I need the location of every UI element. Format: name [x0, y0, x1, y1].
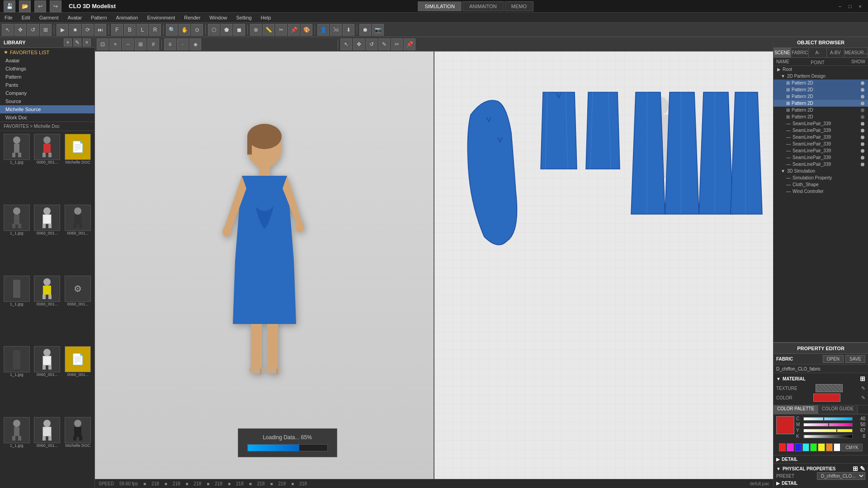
toolbar-seam[interactable]: ✂	[275, 24, 287, 36]
tree-root[interactable]: ▶Root	[774, 66, 868, 73]
toolbar-avatar-tool[interactable]: 👤	[317, 24, 329, 36]
phys-props-toggle[interactable]: ▼ PHYSICAL PROPERTIES ⊞ ✎	[776, 465, 865, 472]
phys-expand-icon[interactable]: ⊞	[853, 465, 858, 472]
m-slider[interactable]	[803, 423, 853, 427]
tree-pattern-2d-1[interactable]: ⊞Pattern 2D	[774, 80, 868, 86]
toolbar-measure[interactable]: 📏	[263, 24, 274, 36]
toolbar-view-front[interactable]: F	[111, 24, 123, 36]
menu-environment[interactable]: Environment	[142, 14, 179, 21]
2d-rotate-btn[interactable]: ↺	[366, 38, 377, 50]
lib-add-btn[interactable]: +	[64, 38, 72, 47]
nav-pants[interactable]: Pants	[0, 81, 94, 89]
open-button[interactable]: OPEN	[823, 355, 844, 363]
toolbar-wire[interactable]: ⬟	[221, 24, 232, 36]
preset-select[interactable]: D_chiffon_CLO...	[817, 472, 865, 480]
list-item[interactable]: 0060_001...	[63, 204, 93, 274]
nav-avatar[interactable]: Avatar	[0, 56, 94, 65]
toolbar-gravity[interactable]: ⬇	[343, 24, 354, 36]
menu-edit[interactable]: Edit	[17, 14, 35, 21]
list-item[interactable]: 1_1.jpg	[2, 345, 32, 415]
nav-clothings[interactable]: Clothings	[0, 65, 94, 73]
tree-seamline-2[interactable]: —SeamLinePair_339	[774, 127, 868, 134]
texture-edit-icon[interactable]: ✎	[861, 385, 865, 391]
tab-a-point[interactable]: A-POINT	[809, 48, 826, 57]
list-item[interactable]: 0060_001...	[33, 345, 62, 415]
list-item[interactable]: 0060_001...	[33, 275, 62, 345]
tree-pattern-2d-4[interactable]: ⊞Pattern 2D	[774, 100, 868, 107]
view-stress-btn[interactable]: ◈	[189, 38, 201, 50]
color-edit-icon[interactable]: ✎	[861, 395, 865, 401]
tree-seamline-5[interactable]: —SeamLinePair_339	[774, 147, 868, 154]
view-zoom-out-btn[interactable]: −	[122, 38, 134, 50]
list-item[interactable]: 1_1.jpg	[2, 204, 32, 274]
tab-simulation[interactable]: SIMULATION	[418, 1, 461, 11]
toolbar-sim-play[interactable]: ▶	[57, 24, 68, 36]
view-fit-btn[interactable]: ⊞	[135, 38, 146, 50]
2d-seam-btn[interactable]: ✂	[391, 38, 403, 50]
toolbar-solid[interactable]: ◼	[233, 24, 245, 36]
tree-3d-simulation[interactable]: ▼3D Simulation	[774, 168, 868, 174]
swatch-red[interactable]	[779, 443, 786, 451]
view-seam-btn[interactable]: ≡	[164, 38, 176, 50]
save-button[interactable]: SAVE	[845, 355, 865, 363]
tree-2d-pattern-design[interactable]: ▼2D Parttern Design	[774, 73, 868, 80]
lib-delete-btn[interactable]: ×	[83, 38, 91, 47]
toolbar-record[interactable]: ⏺	[359, 24, 371, 36]
list-item[interactable]: ⚙ 0060_001...	[63, 275, 93, 345]
list-item[interactable]: 1_1.jpg	[2, 275, 32, 345]
nav-source[interactable]: Source	[0, 97, 94, 105]
tree-pattern-2d-3[interactable]: ⊞Pattern 2D	[774, 93, 868, 100]
view-grid-btn[interactable]: #	[147, 38, 159, 50]
toolbar-sim-stop[interactable]: ■	[69, 24, 81, 36]
toolbar-view-right[interactable]: R	[149, 24, 161, 36]
tree-pattern-2d-2[interactable]: ⊞Pattern 2D	[774, 86, 868, 93]
toolbar-view-left[interactable]: L	[137, 24, 148, 36]
tab-fabric[interactable]: FABRIC	[791, 48, 809, 57]
color-swatch[interactable]	[813, 394, 840, 402]
cmyk-color-preview[interactable]	[776, 416, 794, 434]
tab-measur[interactable]: MEASUR...	[844, 48, 868, 57]
toolbar-scale[interactable]: ⊞	[40, 24, 52, 36]
toolbar-pin[interactable]: 📌	[288, 24, 300, 36]
list-item[interactable]: 📄 0060_001...	[63, 345, 93, 415]
view-reset-btn[interactable]: ⊡	[97, 38, 108, 50]
lib-edit-btn[interactable]: ✎	[73, 38, 81, 47]
detail-toggle[interactable]: ▶ DETAIL	[776, 457, 865, 462]
menu-window[interactable]: Window	[205, 14, 231, 21]
toolbar-sim-reset[interactable]: ⟳	[82, 24, 94, 36]
menu-render[interactable]: Render	[179, 14, 205, 21]
list-item[interactable]: 📄 Michelle DOC	[63, 133, 93, 203]
list-item[interactable]: 0060_001...	[33, 416, 62, 486]
tab-color-guide[interactable]: COLOR GUIDE	[818, 405, 858, 414]
2d-viewport[interactable]	[434, 52, 773, 479]
redo-icon[interactable]: ↪	[50, 0, 61, 12]
tree-wind-controller[interactable]: —Wind Controller	[774, 188, 868, 195]
toolbar-view-back[interactable]: B	[124, 24, 136, 36]
view-point-btn[interactable]: ·	[177, 38, 189, 50]
k-slider[interactable]	[803, 435, 853, 438]
list-item[interactable]: Michelle DOC	[63, 416, 93, 486]
toolbar-screenshot[interactable]: 📷	[372, 24, 384, 36]
tree-seamline-1[interactable]: —SeamLinePair_339	[774, 120, 868, 127]
phys-edit-icon[interactable]: ✎	[860, 465, 865, 472]
tree-pattern-2d-6[interactable]: ⊞Pattern 2D	[774, 113, 868, 120]
tab-color-palette[interactable]: COLOR PALETTE	[774, 405, 818, 414]
y-slider[interactable]	[803, 429, 853, 432]
nav-michelle-source[interactable]: Michelle Source	[0, 105, 94, 113]
toolbar-move[interactable]: ✥	[14, 24, 26, 36]
material-expand[interactable]: ⊞	[860, 375, 865, 382]
nav-company[interactable]: Company	[0, 89, 94, 97]
undo-icon[interactable]: ↩	[34, 0, 46, 12]
favorites-label[interactable]: ★ FAVORITES LIST	[0, 48, 94, 56]
open-icon[interactable]: 📂	[19, 0, 31, 12]
swatch-white[interactable]	[834, 443, 840, 451]
texture-swatch[interactable]	[816, 384, 843, 392]
list-item[interactable]: 0060_001...	[33, 204, 62, 274]
2d-edit-btn[interactable]: ✎	[378, 38, 390, 50]
2d-select-btn[interactable]: ↖	[340, 38, 352, 50]
save-icon[interactable]: 💾	[4, 0, 15, 12]
tree-seamline-3[interactable]: —SeamLinePair_339	[774, 134, 868, 141]
maximize-btn[interactable]: □	[846, 3, 854, 10]
tab-scene[interactable]: SCENE	[774, 48, 791, 57]
swatch-yellow[interactable]	[818, 443, 825, 451]
